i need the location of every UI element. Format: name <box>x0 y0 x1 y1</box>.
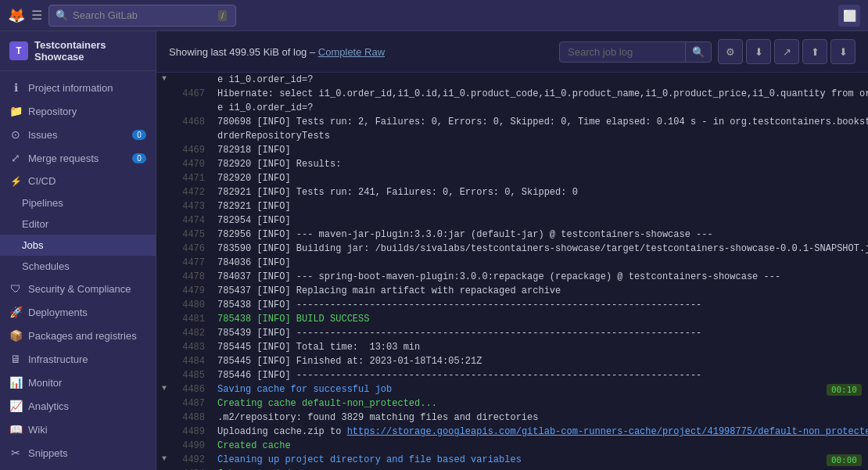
header-action-scroll-bottom-button[interactable]: ⬇ <box>830 39 855 64</box>
main-layout: T Testcontainers Showcase ℹ Project info… <box>0 31 868 470</box>
log-row: 4488.m2/repository: found 3829 matching … <box>156 411 868 425</box>
log-row: drderRepositoryTests <box>156 129 868 143</box>
header-action-settings-button[interactable]: ⚙ <box>718 39 743 64</box>
topbar-right-actions: ⬜ <box>838 5 860 27</box>
sidebar-subitem-schedules[interactable]: Schedules <box>0 256 156 277</box>
log-expand-icon <box>156 354 172 357</box>
job-log-search-button[interactable]: 🔍 <box>685 42 711 62</box>
log-expand-icon <box>156 157 172 160</box>
log-expand-icon <box>156 396 172 400</box>
header-action-share-button[interactable]: ↗ <box>774 39 799 64</box>
log-expand-icon <box>156 171 172 174</box>
complete-raw-link[interactable]: Complete Raw <box>318 46 385 58</box>
log-row: 4477784036 [INFO] <box>156 256 868 270</box>
log-row: ▼4492Cleaning up project directory and f… <box>156 453 868 467</box>
log-row: 4474782954 [INFO] <box>156 213 868 228</box>
log-line-content: 785446 [INFO] --------------------------… <box>211 368 868 382</box>
global-search-input[interactable] <box>73 9 213 21</box>
sidebar-item-security-compliance[interactable]: 🛡 Security & Compliance <box>0 277 156 300</box>
log-expand-icon <box>156 467 172 470</box>
log-area[interactable]: ▼e i1_0.order_id=?4467Hibernate: select … <box>156 73 868 470</box>
cicd-icon: ⚡ <box>9 176 22 187</box>
log-row: 4478784037 [INFO] --- spring-boot-maven-… <box>156 270 868 284</box>
log-expand-icon[interactable]: ▼ <box>156 453 172 465</box>
showing-text: Showing last 499.95 KiB of log – <box>169 46 315 58</box>
log-line-number: 4490 <box>172 439 211 453</box>
sidebar-item-snippets[interactable]: ✂ Snippets <box>0 441 156 465</box>
log-row: 4468780698 [INFO] Tests run: 2, Failures… <box>156 115 868 129</box>
log-line-content: 782920 [INFO] Results: <box>211 157 868 171</box>
log-expand-icon[interactable]: ▼ <box>156 382 172 394</box>
sidebar-item-label: Merge requests <box>28 152 99 164</box>
log-line-content: 782918 [INFO] <box>211 143 868 157</box>
log-row: 4485785446 [INFO] ----------------------… <box>156 368 868 382</box>
log-line-number: 4479 <box>172 284 211 298</box>
log-row: 4471782920 [INFO] <box>156 171 868 185</box>
sidebar-item-deployments[interactable]: 🚀 Deployments <box>0 300 156 324</box>
log-expand-icon <box>156 143 172 146</box>
log-line-content: 785445 [INFO] Total time: 13:03 min <box>211 340 868 354</box>
log-lines-container: ▼e i1_0.order_id=?4467Hibernate: select … <box>156 73 868 470</box>
header-action-scroll-top-button[interactable]: ⬆ <box>802 39 827 64</box>
gitlab-logo-icon: 🦊 <box>8 7 25 24</box>
wiki-icon: 📖 <box>9 423 22 436</box>
global-search-bar: 🔍 / <box>48 5 236 27</box>
log-line-number <box>172 73 211 76</box>
log-line-number: 4494 <box>172 467 211 470</box>
sidebar-subitem-pipelines[interactable]: Pipelines <box>0 192 156 213</box>
sidebar-item-label: Deployments <box>28 307 88 318</box>
log-line-content: .m2/repository: found 3829 matching file… <box>211 411 868 425</box>
log-expand-icon <box>156 242 172 245</box>
hamburger-menu-icon[interactable]: ☰ <box>31 8 42 23</box>
search-slash-shortcut: / <box>218 10 227 21</box>
issues-icon: ⊙ <box>9 128 22 141</box>
log-row: 4481785438 [INFO] BUILD SUCCESS <box>156 312 868 326</box>
log-line-number: 4486 <box>172 382 211 396</box>
log-line-number: 4477 <box>172 256 211 270</box>
log-line-content: Hibernate: select i1_0.order_id,i1_0.id,… <box>211 87 868 101</box>
log-line-content: 785438 [INFO] BUILD SUCCESS <box>211 312 868 326</box>
log-row: 4475782956 [INFO] --- maven-jar-plugin:3… <box>156 228 868 242</box>
log-expand-icon <box>156 199 172 203</box>
log-line-number: 4481 <box>172 312 211 326</box>
log-line-content: 784036 [INFO] <box>211 256 868 270</box>
sidebar-item-settings[interactable]: ⚙ Settings <box>0 465 156 470</box>
log-url-link[interactable]: https://storage.googleapis.com/gitlab-co… <box>347 426 868 437</box>
sidebar-item-infrastructure[interactable]: 🖥 Infrastructure <box>0 347 156 371</box>
sidebar-item-project-info[interactable]: ℹ Project information <box>0 76 156 99</box>
sidebar-nav: ℹ Project information 📁 Repository ⊙ Iss… <box>0 71 156 470</box>
log-line-number: 4480 <box>172 298 211 312</box>
log-expand-icon <box>156 185 172 188</box>
sidebar-item-repository[interactable]: 📁 Repository <box>0 99 156 123</box>
header-action-buttons: ⚙ ⬇ ↗ ⬆ ⬇ <box>718 39 855 64</box>
log-expand-icon <box>156 312 172 315</box>
sidebar-subitem-editor[interactable]: Editor <box>0 213 156 235</box>
sidebar-item-packages-registries[interactable]: 📦 Packages and registries <box>0 324 156 347</box>
sidebar-item-wiki[interactable]: 📖 Wiki <box>0 418 156 441</box>
log-line-content: Creating cache default-non_protected... <box>211 396 868 411</box>
sidebar-item-analytics[interactable]: 📈 Analytics <box>0 394 156 418</box>
log-row: 4470782920 [INFO] Results: <box>156 157 868 171</box>
log-line-content: Created cache <box>211 439 868 453</box>
log-expand-icon[interactable]: ▼ <box>156 73 172 84</box>
log-expand-icon <box>156 425 172 428</box>
log-line-content: 785437 [INFO] Replacing main artifact wi… <box>211 284 868 298</box>
packages-icon: 📦 <box>9 329 22 342</box>
sidebar-subitem-jobs[interactable]: Jobs <box>0 235 156 256</box>
topbar-icon-button[interactable]: ⬜ <box>838 5 860 27</box>
sidebar-item-merge-requests[interactable]: ⤢ Merge requests 0 <box>0 146 156 170</box>
project-avatar: T <box>9 41 28 60</box>
log-line-number: 4474 <box>172 213 211 228</box>
sidebar-item-cicd[interactable]: ⚡ CI/CD <box>0 170 156 192</box>
log-line-content: e i1_0.order_id=? <box>211 101 868 115</box>
sidebar-item-monitor[interactable]: 📊 Monitor <box>0 371 156 394</box>
sidebar-item-issues[interactable]: ⊙ Issues 0 <box>0 123 156 146</box>
log-line-content: 783590 [INFO] Building jar: /builds/siva… <box>211 242 868 256</box>
editor-label: Editor <box>22 218 48 230</box>
sidebar-project-header[interactable]: T Testcontainers Showcase <box>0 31 156 71</box>
job-log-search-input[interactable] <box>560 42 685 62</box>
header-action-download-button[interactable]: ⬇ <box>746 39 771 64</box>
analytics-icon: 📈 <box>9 400 22 412</box>
log-line-number: 4485 <box>172 368 211 382</box>
log-line-number: 4472 <box>172 185 211 199</box>
